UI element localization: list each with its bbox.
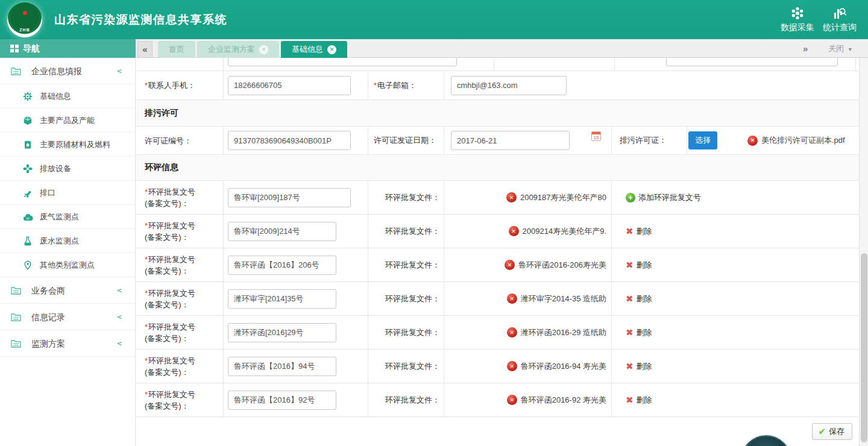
sidebar-item-raw-materials-fuel[interactable]: 主要原辅材料及燃料 — [0, 133, 135, 157]
choose-file-button[interactable]: 选择 — [688, 131, 717, 149]
license-no-input[interactable] — [228, 131, 351, 150]
close-icon[interactable]: ✕ — [327, 45, 336, 54]
stats-search-icon — [832, 5, 848, 21]
clipped-input[interactable] — [228, 58, 457, 66]
save-button[interactable]: ✔ 保存 — [812, 423, 852, 440]
tab-home[interactable]: 首页 — [158, 41, 195, 58]
delete-eia-row-button[interactable]: ✖ 删除 — [626, 395, 652, 406]
clipped-form-row — [136, 58, 859, 71]
eia-file-name[interactable]: 潍环审字2014-35 造纸助 — [521, 294, 606, 304]
eia-doc-label-line2: (备案文号)： — [145, 299, 223, 310]
required-mark: * — [145, 390, 148, 399]
eia-row: *环评批复文号 (备案文号)： 环评批复文件： ✕ 鲁环评函2016-206寿光… — [136, 248, 859, 282]
sidebar-item-basic-info[interactable]: 基础信息 — [0, 84, 135, 108]
delete-eia-row-button[interactable]: ✖ 删除 — [626, 361, 652, 372]
dots-cluster-icon — [790, 5, 805, 21]
permit-file-label: 排污许可证： — [620, 135, 667, 146]
eia-doc-label-line1: 环评批复文号 — [148, 289, 195, 298]
close-icon[interactable]: ✕ — [259, 45, 268, 54]
delete-eia-row-button[interactable]: ✖ 删除 — [626, 226, 652, 237]
sidebar-item-waste-gas-monitoring[interactable]: co 废气监测点 — [0, 205, 135, 229]
eia-doc-no-input[interactable] — [228, 357, 336, 376]
delete-label: 删除 — [637, 395, 652, 406]
remove-file-icon[interactable]: ✕ — [507, 395, 517, 405]
phone-input[interactable] — [228, 76, 351, 95]
sidebar-group-label: 信息记录 — [31, 304, 65, 330]
remove-file-icon[interactable]: ✕ — [507, 294, 517, 304]
scroll-tabs-left-button[interactable]: « — [137, 41, 153, 58]
eia-file-name[interactable]: 2009187寿光美伦年产80 — [520, 192, 606, 203]
eia-file-name[interactable]: 鲁环评函2016-206寿光美 — [518, 260, 606, 271]
eia-file-label: 环评批复文件： — [385, 192, 440, 203]
scrollbar-thumb[interactable] — [861, 253, 867, 442]
gas-cloud-icon: co — [23, 213, 33, 221]
eia-row: *环评批复文号 (备案文号)： 环评批复文件： ✕ 潍环审字2014-35 造纸… — [136, 282, 859, 316]
eia-rows: *环评批复文号 (备案文号)： 环评批复文件： ✕ 2009187寿光美伦年产8… — [136, 181, 859, 417]
eia-doc-label-line2: (备案文号)： — [145, 265, 223, 277]
eia-doc-no-input[interactable] — [228, 222, 336, 241]
scroll-tabs-right-button[interactable]: » — [803, 39, 808, 58]
sidebar-item-outlet[interactable]: 排口 — [0, 181, 135, 205]
eia-row: *环评批复文号 (备案文号)： 环评批复文件： ✕ 鲁环评函2016-92 寿光… — [136, 383, 859, 417]
eia-file-label: 环评批复文件： — [385, 226, 440, 237]
sidebar-item-waste-water-monitoring[interactable]: 废水监测点 — [0, 229, 135, 253]
remove-permit-file-icon[interactable]: ✕ — [747, 136, 758, 146]
remove-file-icon[interactable]: ✕ — [506, 192, 517, 203]
eia-file-name[interactable]: 潍环评函2016-29 造纸助 — [521, 327, 606, 338]
folder-icon — [11, 312, 21, 321]
required-mark: * — [145, 322, 148, 331]
issue-date-input[interactable] — [451, 131, 570, 150]
required-mark: * — [145, 187, 148, 196]
clipped-input[interactable] — [666, 58, 838, 66]
sidebar-item-label: 其他类别监测点 — [40, 253, 95, 277]
eia-doc-no-input[interactable] — [228, 323, 336, 342]
close-menu-label: 关闭 — [828, 44, 844, 53]
tab-enterprise-monitoring-plan[interactable]: 企业监测方案 ✕ — [197, 41, 279, 58]
sidebar-item-main-products[interactable]: 主要产品及产能 — [0, 108, 135, 133]
email-input[interactable] — [451, 76, 567, 95]
delete-eia-row-button[interactable]: ✖ 删除 — [626, 260, 652, 271]
remove-file-icon[interactable]: ✕ — [507, 327, 517, 338]
eia-file-name[interactable]: 2009214寿光美伦年产9. — [523, 226, 606, 237]
delete-eia-row-button[interactable]: ✖ 删除 — [626, 294, 652, 304]
sidebar-group-enterprise-info[interactable]: 企业信息填报 < — [0, 58, 135, 84]
eia-file-name[interactable]: 鲁环评函2016-92 寿光美 — [521, 395, 606, 406]
eia-doc-no-input[interactable] — [228, 391, 336, 410]
sidebar-group-monitoring-plan[interactable]: 监测方案 < — [0, 330, 135, 357]
add-eia-doc-button[interactable]: + 添加环评批复文号 — [626, 192, 701, 203]
eia-doc-no-input[interactable] — [228, 188, 351, 207]
gear-icon — [23, 92, 33, 101]
sidebar-item-other-monitoring[interactable]: 其他类别监测点 — [0, 253, 135, 277]
close-menu-button[interactable]: 关闭 ▾ — [828, 39, 852, 58]
remove-file-icon[interactable]: ✕ — [507, 361, 517, 371]
data-collection-button[interactable]: 数据采集 — [773, 5, 822, 33]
remove-file-icon[interactable]: ✕ — [505, 260, 515, 270]
sidebar-item-label: 废水监测点 — [40, 229, 79, 253]
tab-basic-info[interactable]: 基础信息 ✕ — [281, 41, 347, 58]
eia-file-name[interactable]: 鲁环评函2016-94 寿光美 — [521, 361, 606, 372]
eia-section-title: 环评信息 — [145, 155, 178, 180]
vertical-scrollbar — [859, 58, 868, 446]
delete-label: 删除 — [637, 327, 652, 338]
permit-file-name[interactable]: 美伦排污许可证副本.pdf — [761, 135, 845, 146]
nav-band[interactable]: 导航 — [0, 39, 136, 58]
eia-doc-no-input[interactable] — [228, 256, 336, 275]
eia-doc-label-line1: 环评批复文号 — [148, 221, 195, 230]
eia-doc-label-line2: (备案文号)： — [145, 366, 223, 378]
sidebar-group-business-consult[interactable]: 业务会商 < — [0, 277, 135, 304]
calendar-icon[interactable]: 15 — [591, 131, 601, 141]
sidebar-group-label: 企业信息填报 — [31, 58, 82, 84]
eia-doc-no-input[interactable] — [228, 289, 336, 309]
sidebar-group-info-record[interactable]: 信息记录 < — [0, 304, 135, 330]
required-mark: * — [145, 356, 148, 365]
tab-strip: 导航 « 首页 企业监测方案 ✕ 基础信息 ✕ » 关闭 ▾ — [0, 39, 868, 58]
required-mark: * — [145, 255, 148, 264]
permit-section-title: 排污许可 — [145, 100, 178, 126]
tabs: 首页 企业监测方案 ✕ 基础信息 ✕ — [158, 41, 349, 58]
delete-eia-row-button[interactable]: ✖ 删除 — [626, 327, 652, 338]
remove-file-icon[interactable]: ✕ — [509, 226, 519, 236]
sidebar-item-discharge-equipment[interactable]: 排放设备 — [0, 157, 135, 181]
logo-dot — [23, 11, 27, 15]
fuel-canister-icon — [23, 140, 33, 149]
statistics-query-button[interactable]: 统计查询 — [816, 5, 864, 33]
